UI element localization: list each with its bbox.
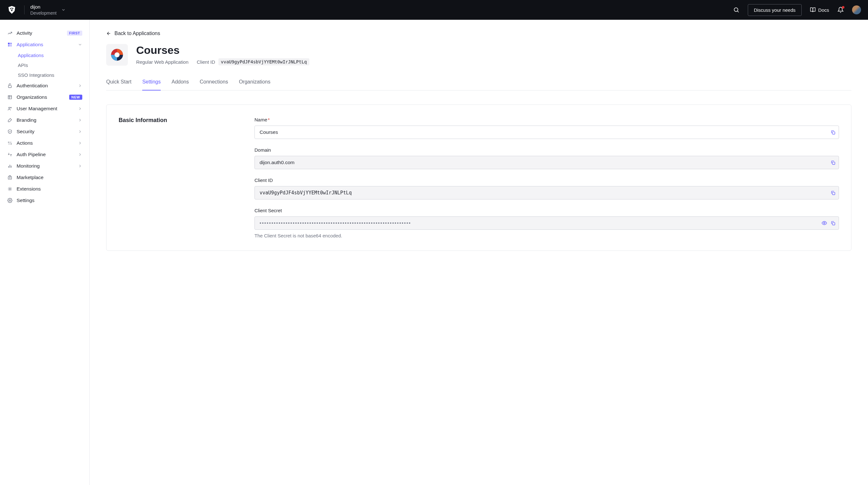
field-domain: Domain [254,147,839,169]
name-input[interactable] [254,126,839,139]
arrow-left-icon [106,31,111,36]
field-client-secret: Client Secret [254,208,839,238]
sidebar-label: Applications [17,42,74,47]
domain-input[interactable] [254,156,839,169]
copy-icon [830,190,836,196]
copy-domain-button[interactable] [830,160,836,165]
tenant-name: dijon [30,4,57,10]
sidebar-item-auth-pipeline[interactable]: Auth Pipeline [0,149,89,160]
svg-rect-5 [8,45,9,46]
tab-quick-start[interactable]: Quick Start [106,79,131,91]
chevron-right-icon [78,164,82,168]
client-id-value[interactable]: vvaU9gyPdJF4sbVjYYEMt0wIrJNLPtLq [218,58,310,65]
notification-dot [842,6,844,9]
sidebar-item-activity[interactable]: Activity FIRST [0,27,89,39]
sidebar-label: Monitoring [17,163,74,169]
sidebar-label: Organizations [17,94,65,100]
svg-rect-4 [10,43,12,44]
svg-rect-6 [10,45,12,46]
badge-new: NEW [69,95,82,100]
badge-first: FIRST [67,31,82,36]
search-icon [733,7,740,13]
page-header: Courses Regular Web Application Client I… [106,44,851,66]
sidebar-subitem-applications[interactable]: Applications [0,50,89,60]
sidebar-item-security[interactable]: Security [0,126,89,137]
reveal-secret-button[interactable] [822,220,827,226]
svg-point-30 [9,200,10,201]
client-secret-input[interactable] [254,216,839,230]
user-avatar[interactable] [852,5,861,14]
tab-addons[interactable]: Addons [172,79,189,91]
sidebar-subitem-apis[interactable]: APIs [0,60,89,70]
gear-icon [7,198,13,203]
sidebar-item-marketplace[interactable]: Marketplace [0,172,89,183]
tab-connections[interactable]: Connections [199,79,228,91]
sidebar-label: Extensions [17,186,82,192]
actions-icon [7,140,13,146]
field-name: Name* [254,117,839,139]
chevron-right-icon [78,106,82,111]
sidebar-label: Auth Pipeline [17,152,74,157]
copy-client-secret-button[interactable] [830,220,836,226]
svg-rect-8 [8,96,12,99]
copy-name-button[interactable] [830,130,836,135]
name-label: Name* [254,117,839,122]
back-link-label: Back to Applications [115,31,160,36]
client-id-field-label: Client ID [254,177,839,183]
chevron-down-icon [61,8,66,12]
client-secret-label: Client Secret [254,208,839,213]
copy-client-id-button[interactable] [830,190,836,196]
sidebar-item-actions[interactable]: Actions [0,137,89,149]
svg-point-33 [115,53,119,56]
monitoring-icon [7,163,13,169]
sidebar-label: Actions [17,140,74,146]
client-id-input[interactable] [254,186,839,199]
client-secret-hint: The Client Secret is not base64 encoded. [254,233,839,238]
notifications-button[interactable] [837,7,844,13]
docs-label: Docs [818,7,829,13]
sidebar-item-user-management[interactable]: User Management [0,103,89,115]
svg-rect-38 [832,222,835,225]
tenant-switcher[interactable]: dijon Development [30,4,66,16]
sidebar-item-applications[interactable]: Applications [0,39,89,50]
auth0-logo-icon [7,5,16,14]
svg-rect-3 [8,43,9,44]
chevron-right-icon [78,118,82,122]
sidebar-label: Activity [17,30,63,36]
sidebar-item-extensions[interactable]: Extensions [0,183,89,195]
sidebar-item-authentication[interactable]: Authentication [0,80,89,92]
section-title: Basic Information [119,117,243,124]
chevron-right-icon [78,129,82,134]
sidebar-label: User Management [17,106,74,111]
copy-icon [830,160,836,165]
svg-rect-34 [832,132,835,134]
back-link[interactable]: Back to Applications [106,31,851,36]
docs-link[interactable]: Docs [810,7,829,13]
sidebar-label: Settings [17,198,82,203]
svg-rect-7 [8,86,11,88]
tab-settings[interactable]: Settings [142,79,161,91]
tab-organizations[interactable]: Organizations [239,79,271,91]
copy-icon [830,130,836,135]
svg-point-11 [9,107,10,108]
svg-point-13 [8,142,9,142]
sidebar-label: Marketplace [17,174,82,181]
logo[interactable] [7,5,17,15]
sidebar-item-monitoring[interactable]: Monitoring [0,160,89,172]
search-button[interactable] [733,7,740,13]
sidebar-subitem-sso[interactable]: SSO Integrations [0,70,89,80]
sidebar-item-branding[interactable]: Branding [0,115,89,126]
page-title: Courses [136,44,309,56]
chevron-right-icon [78,84,82,88]
tenant-env: Development [30,10,57,16]
sidebar-item-settings[interactable]: Settings [0,195,89,206]
sidebar-item-organizations[interactable]: Organizations NEW [0,92,89,103]
users-icon [7,106,13,111]
organizations-icon [7,94,13,100]
app-logo-icon [111,49,123,61]
field-client-id: Client ID [254,177,839,199]
svg-line-2 [738,11,739,12]
top-header: dijon Development Discuss your needs Doc… [0,0,868,20]
discuss-needs-button[interactable]: Discuss your needs [748,4,802,16]
svg-rect-35 [832,162,835,164]
